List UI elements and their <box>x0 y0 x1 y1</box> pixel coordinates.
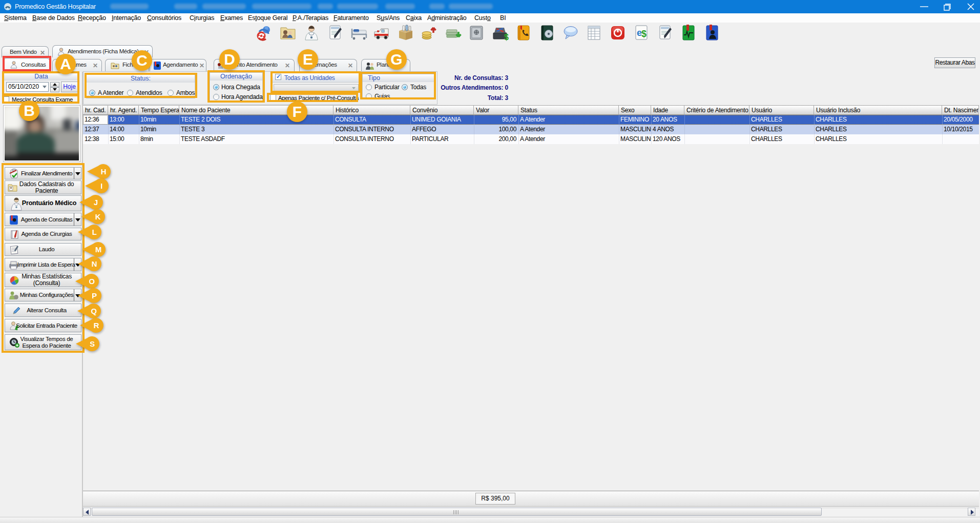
svg-text:$: $ <box>504 33 509 42</box>
svg-text:$: $ <box>641 29 647 39</box>
svg-text:Q: Q <box>91 307 97 315</box>
svg-text:H: H <box>101 167 107 176</box>
svg-text:J: J <box>94 198 98 207</box>
svg-text:N: N <box>92 259 97 268</box>
svg-text:O: O <box>89 277 95 286</box>
svg-text:R: R <box>94 321 99 330</box>
svg-text:L: L <box>92 228 96 236</box>
svg-text:I: I <box>100 182 102 190</box>
svg-text:K: K <box>95 212 101 221</box>
svg-text:P: P <box>92 291 97 300</box>
svg-text:S: S <box>90 339 95 348</box>
svg-text:M: M <box>95 245 102 254</box>
